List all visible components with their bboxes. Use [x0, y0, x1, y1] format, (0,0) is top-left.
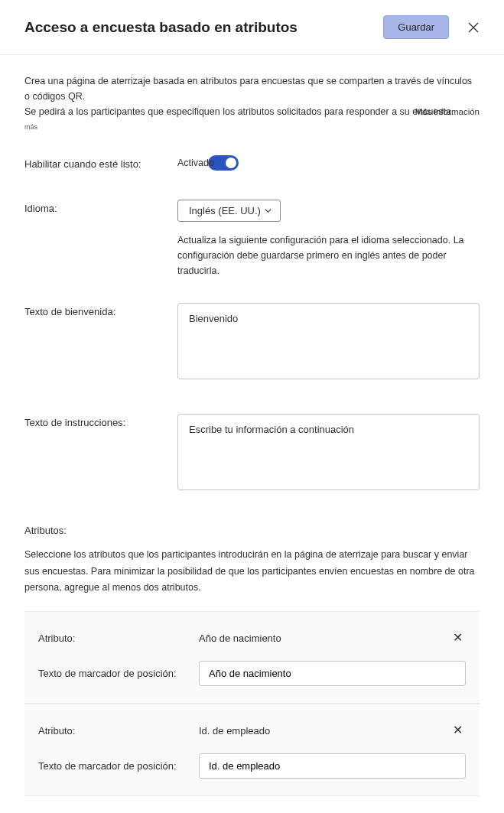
attribute-name-label: Atributo:	[38, 633, 199, 644]
language-selected-value: Inglés (EE. UU.)	[189, 205, 261, 216]
attribute-placeholder-input[interactable]	[199, 661, 466, 686]
welcome-label: Texto de bienvenida:	[24, 303, 177, 317]
attribute-remove-button[interactable]: ✕	[450, 629, 466, 647]
chevron-down-icon	[264, 207, 272, 215]
description-line-2: Se pedirá a los participantes que especi…	[24, 104, 480, 119]
language-dropdown[interactable]: Inglés (EE. UU.)	[177, 200, 281, 222]
attribute-remove-button[interactable]: ✕	[450, 721, 466, 740]
language-label: Idioma:	[24, 200, 177, 214]
instructions-label: Texto de instrucciones:	[24, 414, 177, 428]
page-title: Acceso a encuesta basado en atributos	[24, 19, 383, 36]
attribute-placeholder-label: Texto de marcador de posición:	[38, 760, 199, 772]
instructions-text-input[interactable]	[177, 414, 480, 490]
description-line-3: más	[24, 122, 480, 132]
attribute-placeholder-input[interactable]	[199, 753, 466, 779]
attribute-name-value: Año de nacimiento	[199, 633, 450, 644]
toggle-state-label: Activado	[177, 158, 214, 168]
attributes-heading: Atributos:	[24, 525, 480, 536]
description-block: Crea una página de aterrizaje basada en …	[24, 73, 480, 132]
enable-label: Habilitar cuando esté listo:	[24, 155, 177, 170]
toggle-knob	[226, 158, 236, 168]
attribute-card: Atributo: Id. de empleado ✕ Texto de mar…	[24, 704, 480, 796]
description-line-1: Crea una página de aterrizaje basada en …	[24, 73, 480, 104]
attributes-description: Seleccione los atributos que los partici…	[24, 547, 480, 596]
attribute-name-label: Atributo:	[38, 725, 199, 737]
save-button[interactable]: Guardar	[383, 15, 449, 39]
attribute-placeholder-label: Texto de marcador de posición:	[38, 668, 199, 679]
learn-more-link[interactable]: Más información	[415, 105, 480, 119]
attribute-card: Atributo: Año de nacimiento ✕ Texto de m…	[24, 611, 480, 704]
close-button[interactable]	[464, 18, 483, 37]
attribute-name-value: Id. de empleado	[199, 725, 450, 737]
close-icon	[467, 21, 480, 34]
welcome-text-input[interactable]	[177, 303, 480, 379]
language-helper-text: Actualiza la siguiente configuración par…	[177, 233, 480, 278]
